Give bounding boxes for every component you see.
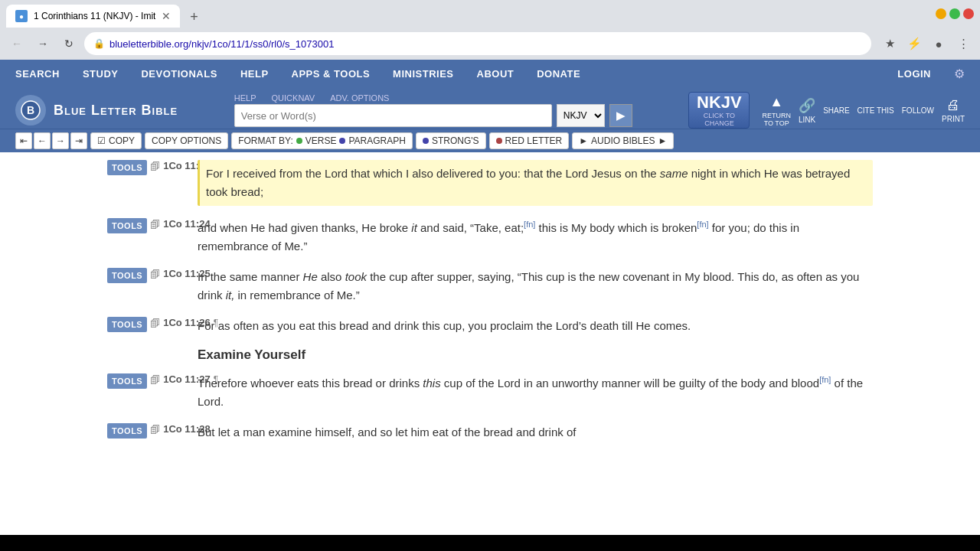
logo-text: Blue Letter Bible <box>54 103 178 119</box>
copy-options-label: COPY OPTIONS <box>152 135 221 146</box>
audio-bibles-button[interactable]: ► AUDIO BIBLES ► <box>572 132 674 149</box>
tools-button-v26[interactable]: TOOLS <box>107 317 147 332</box>
print-icon: 🖨 <box>946 97 960 113</box>
svg-text:B: B <box>27 104 34 116</box>
tools-button-v28[interactable]: TOOLS <box>107 423 147 439</box>
verse-left: TOOLS 🗐 1Co 11:23 <box>107 160 191 175</box>
verse-left: TOOLS 🗐 1Co 11:25 <box>107 268 191 283</box>
bible-inner: TOOLS 🗐 1Co 11:23 For I received from th… <box>92 152 888 461</box>
nkjv-label: NKJV <box>697 93 742 112</box>
nav-help[interactable]: HELP <box>240 68 269 80</box>
nav-arrows: ⇤ ← → ⇥ <box>15 132 87 149</box>
red-letter-button[interactable]: RED LETTER <box>489 132 570 149</box>
search-go-button[interactable]: ▶ <box>609 104 632 127</box>
site-navigation: SEARCH STUDY DEVOTIONALS HELP APPS & TOO… <box>0 60 980 87</box>
help-options-row: HELP QUICKNAV ADV. OPTIONS <box>234 93 632 103</box>
next-next-button[interactable]: ⇥ <box>70 132 87 149</box>
return-top-label: RETURNTO TOP <box>762 112 791 127</box>
site-header: B Blue Letter Bible HELP QUICKNAV ADV. O… <box>0 87 980 129</box>
address-bar[interactable]: 🔒 blueletterbible.org/nkjv/1co/11/1/ss0/… <box>84 32 871 55</box>
back-button[interactable]: ← <box>6 33 28 54</box>
follow-label: FOLLOW <box>902 106 934 115</box>
next-button[interactable]: → <box>52 132 69 149</box>
cite-this-button[interactable]: CITE THIS <box>858 94 894 127</box>
reload-button[interactable]: ↻ <box>58 33 80 54</box>
logo-icon: B <box>15 95 46 126</box>
print-button[interactable]: 🖨 PRINT <box>942 94 965 127</box>
verse-row: TOOLS 🗐 1Co 11:25 In the same manner He … <box>107 268 873 305</box>
nav-ministries[interactable]: MINISTRIES <box>393 68 453 80</box>
bible-toolbar-row: ⇤ ← → ⇥ ☑ COPY COPY OPTIONS FORMAT BY: V… <box>0 129 980 152</box>
copy-verse-icon-v23[interactable]: 🗐 <box>150 161 160 172</box>
copy-verse-icon-v28[interactable]: 🗐 <box>150 424 160 435</box>
version-select[interactable]: NKJV KJV NIV ESV NASB <box>557 104 605 127</box>
copy-verse-icon-v25[interactable]: 🗐 <box>150 269 160 280</box>
copy-options-button[interactable]: COPY OPTIONS <box>145 132 228 149</box>
tools-button-v25[interactable]: TOOLS <box>107 268 147 283</box>
follow-button[interactable]: FOLLOW <box>902 94 934 127</box>
nav-apps-tools[interactable]: APPS & TOOLS <box>292 68 371 80</box>
verse-row: TOOLS 🗐 1Co 11:27 ¶ Therefore whoever ea… <box>107 373 873 411</box>
paragraph-label[interactable]: PARAGRAPH <box>348 135 405 146</box>
nav-devotionals[interactable]: DEVOTIONALS <box>141 68 217 80</box>
copy-verse-icon-v26[interactable]: 🗐 <box>150 318 160 329</box>
prev-prev-button[interactable]: ⇤ <box>15 132 32 149</box>
minimize-button[interactable] <box>936 8 946 19</box>
window-controls <box>936 8 974 19</box>
share-button[interactable]: SHARE <box>823 94 849 127</box>
nkjv-version-button[interactable]: NKJV CLICK TO CHANGE <box>688 92 750 129</box>
verse-row: TOOLS 🗐 1Co 11:26 ¶ For as often as you … <box>107 317 873 335</box>
browser-tabs: ● 1 Corinthians 11 (NKJV) - Imit ✕ + <box>6 0 204 28</box>
maximize-button[interactable] <box>949 8 960 19</box>
nav-about[interactable]: ABOUT <box>477 68 514 80</box>
close-button[interactable] <box>963 8 974 19</box>
help-link[interactable]: HELP <box>234 93 256 103</box>
bookmark-icon[interactable]: ★ <box>879 33 900 54</box>
nav-login[interactable]: LOGIN <box>897 68 931 80</box>
link-label: LINK <box>799 116 815 124</box>
new-tab-button[interactable]: + <box>183 6 204 28</box>
red-letter-dot <box>496 138 502 144</box>
strongs-dot <box>423 138 429 144</box>
strongs-button[interactable]: STRONG'S <box>416 132 486 149</box>
tools-button-v24[interactable]: TOOLS <box>107 218 147 233</box>
print-label: PRINT <box>942 115 965 123</box>
verse-row: TOOLS 🗐 1Co 11:28 But let a man examine … <box>107 423 873 442</box>
format-by-label: FORMAT BY: <box>238 135 293 146</box>
verse-left: TOOLS 🗐 1Co 11:27 ¶ <box>107 373 191 389</box>
header-search-area: HELP QUICKNAV ADV. OPTIONS NKJV KJV NIV … <box>190 93 676 127</box>
nav-study[interactable]: STUDY <box>83 68 119 80</box>
tools-button-v23[interactable]: TOOLS <box>107 160 147 175</box>
verse-text-v23: For I received from the Lord that which … <box>198 160 873 206</box>
prev-button[interactable]: ← <box>34 132 51 149</box>
copy-verse-icon-v24[interactable]: 🗐 <box>150 219 160 230</box>
forward-button[interactable]: → <box>32 33 54 54</box>
quicknav-link[interactable]: QUICKNAV <box>272 93 315 103</box>
profile-icon[interactable]: ● <box>928 33 949 54</box>
verse-dot <box>296 138 302 144</box>
copy-verse-icon-v27[interactable]: 🗐 <box>150 374 160 386</box>
adv-options-link[interactable]: ADV. OPTIONS <box>330 93 389 103</box>
audio-end-icon: ► <box>658 135 667 146</box>
verse-left: TOOLS 🗐 1Co 11:26 ¶ <box>107 317 191 332</box>
header-action-buttons: ▲ RETURNTO TOP 🔗 LINK SHARE CITE THIS FO… <box>762 94 965 127</box>
search-input[interactable] <box>234 104 552 127</box>
active-tab[interactable]: ● 1 Corinthians 11 (NKJV) - Imit ✕ <box>6 5 180 28</box>
settings-icon[interactable]: ⚙ <box>954 67 965 81</box>
nav-search[interactable]: SEARCH <box>15 68 60 80</box>
verse-label[interactable]: VERSE <box>305 135 337 146</box>
verse-text-v28: But let a man examine himself, and so le… <box>198 423 873 442</box>
red-letter-label: RED LETTER <box>505 135 563 146</box>
copy-label: COPY <box>109 135 135 146</box>
extensions-icon[interactable]: ⚡ <box>903 33 925 54</box>
copy-button[interactable]: ☑ COPY <box>90 132 142 149</box>
tab-close-button[interactable]: ✕ <box>162 10 171 22</box>
logo-area: B Blue Letter Bible <box>15 95 178 126</box>
nav-donate[interactable]: DONATE <box>537 68 580 80</box>
copy-check-icon: ☑ <box>97 135 106 146</box>
link-button[interactable]: 🔗 LINK <box>799 94 815 127</box>
tools-button-v27[interactable]: TOOLS <box>107 373 147 389</box>
return-to-top-button[interactable]: ▲ RETURNTO TOP <box>762 94 791 127</box>
menu-icon[interactable]: ⋮ <box>952 33 974 54</box>
browser-toolbar: ← → ↻ 🔒 blueletterbible.org/nkjv/1co/11/… <box>0 28 980 60</box>
